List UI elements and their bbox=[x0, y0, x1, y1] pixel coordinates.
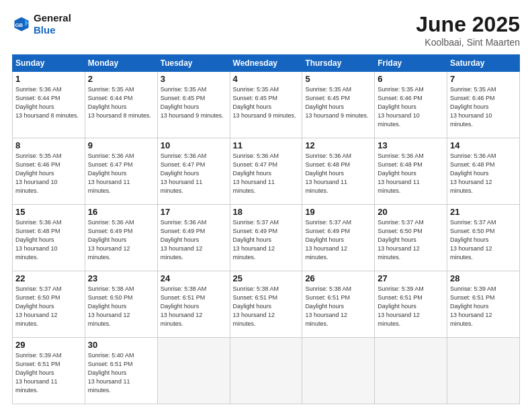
table-row bbox=[375, 338, 447, 404]
col-sunday: Sunday bbox=[13, 55, 85, 72]
day-number: 1 bbox=[15, 74, 82, 84]
page: GB General Blue June 2025 Koolbaai, Sint… bbox=[0, 0, 532, 411]
table-row bbox=[157, 338, 230, 404]
table-row: 29Sunrise: 5:39 AMSunset: 6:51 PMDayligh… bbox=[13, 338, 85, 404]
col-saturday: Saturday bbox=[447, 55, 520, 72]
table-row: 7Sunrise: 5:35 AMSunset: 6:46 PMDaylight… bbox=[447, 72, 520, 138]
day-number: 17 bbox=[161, 207, 227, 217]
day-number: 3 bbox=[161, 74, 227, 84]
table-row: 4Sunrise: 5:35 AMSunset: 6:45 PMDaylight… bbox=[230, 72, 302, 138]
table-row bbox=[302, 338, 375, 404]
day-number: 2 bbox=[88, 74, 154, 84]
table-row: 19Sunrise: 5:37 AMSunset: 6:49 PMDayligh… bbox=[302, 205, 375, 271]
day-info: Sunrise: 5:38 AMSunset: 6:51 PMDaylight … bbox=[233, 285, 300, 328]
calendar-header-row: Sunday Monday Tuesday Wednesday Thursday… bbox=[13, 55, 520, 72]
day-number: 8 bbox=[15, 140, 82, 150]
table-row: 11Sunrise: 5:36 AMSunset: 6:47 PMDayligh… bbox=[230, 138, 302, 205]
table-row: 30Sunrise: 5:40 AMSunset: 6:51 PMDayligh… bbox=[85, 338, 157, 404]
day-number: 22 bbox=[15, 273, 82, 283]
day-number: 25 bbox=[233, 273, 300, 283]
day-info: Sunrise: 5:40 AMSunset: 6:51 PMDaylight … bbox=[88, 351, 154, 395]
day-number: 6 bbox=[378, 74, 444, 84]
day-info: Sunrise: 5:35 AMSunset: 6:45 PMDaylight … bbox=[161, 85, 227, 120]
day-info: Sunrise: 5:37 AMSunset: 6:50 PMDaylight … bbox=[15, 285, 82, 328]
day-info: Sunrise: 5:35 AMSunset: 6:46 PMDaylight … bbox=[450, 85, 517, 129]
day-info: Sunrise: 5:39 AMSunset: 6:51 PMDaylight … bbox=[15, 351, 82, 395]
month-title: June 2025 bbox=[416, 12, 520, 37]
day-number: 21 bbox=[450, 207, 517, 217]
col-friday: Friday bbox=[375, 55, 447, 72]
day-number: 23 bbox=[88, 273, 154, 283]
day-number: 20 bbox=[378, 207, 444, 217]
title-block: June 2025 Koolbaai, Sint Maarten bbox=[416, 12, 520, 48]
day-number: 14 bbox=[450, 140, 517, 150]
day-number: 19 bbox=[305, 207, 371, 217]
day-info: Sunrise: 5:37 AMSunset: 6:50 PMDaylight … bbox=[450, 218, 517, 262]
table-row: 28Sunrise: 5:39 AMSunset: 6:51 PMDayligh… bbox=[447, 271, 520, 338]
calendar-week-row: 29Sunrise: 5:39 AMSunset: 6:51 PMDayligh… bbox=[13, 338, 520, 404]
day-number: 12 bbox=[305, 140, 371, 150]
day-number: 24 bbox=[161, 273, 227, 283]
logo-text: General Blue bbox=[34, 12, 71, 36]
table-row: 5Sunrise: 5:35 AMSunset: 6:45 PMDaylight… bbox=[302, 72, 375, 138]
table-row: 26Sunrise: 5:38 AMSunset: 6:51 PMDayligh… bbox=[302, 271, 375, 338]
svg-text:GB: GB bbox=[15, 22, 23, 28]
day-info: Sunrise: 5:36 AMSunset: 6:44 PMDaylight … bbox=[15, 85, 82, 120]
day-info: Sunrise: 5:36 AMSunset: 6:49 PMDaylight … bbox=[88, 218, 154, 262]
table-row: 14Sunrise: 5:36 AMSunset: 6:48 PMDayligh… bbox=[447, 138, 520, 205]
table-row: 6Sunrise: 5:35 AMSunset: 6:46 PMDaylight… bbox=[375, 72, 447, 138]
col-thursday: Thursday bbox=[302, 55, 375, 72]
day-info: Sunrise: 5:38 AMSunset: 6:50 PMDaylight … bbox=[88, 285, 154, 328]
day-info: Sunrise: 5:38 AMSunset: 6:51 PMDaylight … bbox=[161, 285, 227, 328]
day-info: Sunrise: 5:35 AMSunset: 6:46 PMDaylight … bbox=[378, 85, 444, 129]
day-number: 10 bbox=[161, 140, 227, 150]
day-number: 28 bbox=[450, 273, 517, 283]
table-row: 12Sunrise: 5:36 AMSunset: 6:48 PMDayligh… bbox=[302, 138, 375, 205]
table-row: 3Sunrise: 5:35 AMSunset: 6:45 PMDaylight… bbox=[157, 72, 230, 138]
day-info: Sunrise: 5:35 AMSunset: 6:45 PMDaylight … bbox=[305, 85, 371, 120]
table-row: 15Sunrise: 5:36 AMSunset: 6:48 PMDayligh… bbox=[13, 205, 85, 271]
logo: GB General Blue bbox=[12, 12, 71, 36]
table-row: 24Sunrise: 5:38 AMSunset: 6:51 PMDayligh… bbox=[157, 271, 230, 338]
day-info: Sunrise: 5:36 AMSunset: 6:48 PMDaylight … bbox=[450, 152, 517, 195]
day-number: 27 bbox=[378, 273, 444, 283]
day-info: Sunrise: 5:36 AMSunset: 6:48 PMDaylight … bbox=[15, 218, 82, 262]
table-row: 16Sunrise: 5:36 AMSunset: 6:49 PMDayligh… bbox=[85, 205, 157, 271]
day-number: 30 bbox=[88, 340, 154, 350]
table-row: 2Sunrise: 5:35 AMSunset: 6:44 PMDaylight… bbox=[85, 72, 157, 138]
day-number: 9 bbox=[88, 140, 154, 150]
day-number: 29 bbox=[15, 340, 82, 350]
calendar-table: Sunday Monday Tuesday Wednesday Thursday… bbox=[12, 54, 520, 404]
calendar-week-row: 15Sunrise: 5:36 AMSunset: 6:48 PMDayligh… bbox=[13, 205, 520, 271]
day-info: Sunrise: 5:35 AMSunset: 6:46 PMDaylight … bbox=[15, 152, 82, 195]
day-info: Sunrise: 5:37 AMSunset: 6:49 PMDaylight … bbox=[233, 218, 300, 262]
day-number: 16 bbox=[88, 207, 154, 217]
day-number: 13 bbox=[378, 140, 444, 150]
table-row: 10Sunrise: 5:36 AMSunset: 6:47 PMDayligh… bbox=[157, 138, 230, 205]
day-number: 7 bbox=[450, 74, 517, 84]
table-row bbox=[447, 338, 520, 404]
table-row: 13Sunrise: 5:36 AMSunset: 6:48 PMDayligh… bbox=[375, 138, 447, 205]
day-info: Sunrise: 5:37 AMSunset: 6:49 PMDaylight … bbox=[305, 218, 371, 262]
day-number: 11 bbox=[233, 140, 300, 150]
col-wednesday: Wednesday bbox=[230, 55, 302, 72]
day-number: 15 bbox=[15, 207, 82, 217]
col-tuesday: Tuesday bbox=[157, 55, 230, 72]
table-row: 22Sunrise: 5:37 AMSunset: 6:50 PMDayligh… bbox=[13, 271, 85, 338]
calendar-week-row: 8Sunrise: 5:35 AMSunset: 6:46 PMDaylight… bbox=[13, 138, 520, 205]
day-number: 5 bbox=[305, 74, 371, 84]
table-row: 25Sunrise: 5:38 AMSunset: 6:51 PMDayligh… bbox=[230, 271, 302, 338]
day-info: Sunrise: 5:36 AMSunset: 6:47 PMDaylight … bbox=[233, 152, 300, 195]
day-info: Sunrise: 5:35 AMSunset: 6:44 PMDaylight … bbox=[88, 85, 154, 120]
day-info: Sunrise: 5:36 AMSunset: 6:49 PMDaylight … bbox=[161, 218, 227, 262]
day-number: 18 bbox=[233, 207, 300, 217]
table-row: 8Sunrise: 5:35 AMSunset: 6:46 PMDaylight… bbox=[13, 138, 85, 205]
table-row: 9Sunrise: 5:36 AMSunset: 6:47 PMDaylight… bbox=[85, 138, 157, 205]
day-info: Sunrise: 5:35 AMSunset: 6:45 PMDaylight … bbox=[233, 85, 300, 120]
day-info: Sunrise: 5:36 AMSunset: 6:48 PMDaylight … bbox=[378, 152, 444, 195]
day-info: Sunrise: 5:37 AMSunset: 6:50 PMDaylight … bbox=[378, 218, 444, 262]
day-info: Sunrise: 5:39 AMSunset: 6:51 PMDaylight … bbox=[450, 285, 517, 328]
col-monday: Monday bbox=[85, 55, 157, 72]
table-row: 21Sunrise: 5:37 AMSunset: 6:50 PMDayligh… bbox=[447, 205, 520, 271]
table-row: 17Sunrise: 5:36 AMSunset: 6:49 PMDayligh… bbox=[157, 205, 230, 271]
